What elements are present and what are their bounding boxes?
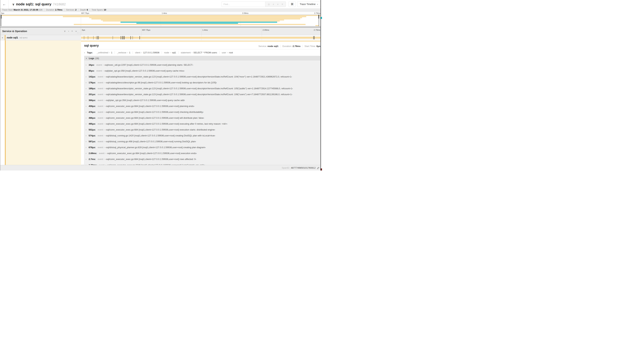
log-row[interactable]: › 80μs: event = ‹sql/plan_opt.go:358 [ns… [84,68,320,74]
minimap-span-bar [63,16,306,17]
log-tick-marker[interactable] [140,36,140,39]
trace-minimap[interactable]: 0μs697.75μs1.4ms2.09ms2.79ms [0,12,322,27]
log-expander-icon[interactable]: › [86,99,89,102]
tag-pill[interactable]: node = sql1 [162,51,178,54]
log-expander-icon[interactable]: › [86,129,89,131]
log-tick-marker[interactable] [88,36,88,39]
log-tick-marker[interactable] [313,36,314,39]
log-row[interactable]: › 486μs: event = ‹sql/conn_executor_exec… [84,115,320,121]
logs-header[interactable]: ∨ Logs (18) [84,56,320,61]
log-row[interactable]: › 574μs: event = ‹sql/distsql_running.go… [84,133,320,138]
span-duration-bar[interactable] [81,37,322,39]
trace-info-item: Duration 2.79ms [44,9,64,11]
log-tick-marker[interactable] [124,36,124,39]
log-expander-icon[interactable]: › [86,117,89,119]
range-scrubber-left[interactable] [1,15,1,26]
log-tick-marker[interactable] [113,36,113,39]
tags-row[interactable]: › Tags: _unfinished = 1 _verbose = 1 cli… [84,51,320,54]
log-event: event = ‹sql/catalog/descs/descriptor.go… [98,81,217,84]
log-expander-icon[interactable]: › [86,152,89,155]
span-color-stripe [5,35,6,40]
collapse-all-levels-icon[interactable]: » [71,31,74,32]
logs-list: › 34μs: event = ‹sql/exec_util.go:2297 [… [84,61,320,168]
prev-match-icon[interactable]: ∧ [272,3,274,6]
log-row[interactable]: › 142μs: event = ‹sql/catalog/lease/desc… [84,74,320,80]
log-row[interactable]: › 201μs: event = ‹sql/catalog/lease/desc… [84,91,320,97]
next-match-icon[interactable]: ∨ [277,3,279,6]
minimap-span-bar [74,24,306,25]
log-row[interactable]: › 459μs: event = ‹sql/conn_executor_exec… [84,103,320,109]
range-scrubber-right[interactable] [319,15,319,26]
tag-pill[interactable]: client = 127.0.0.1:59936 [132,51,162,54]
log-row[interactable]: › 502μs: event = ‹sql/conn_executor_exec… [84,127,320,133]
log-tick-marker[interactable] [124,36,125,39]
log-expander-icon[interactable]: › [86,111,89,113]
log-expander-icon[interactable]: › [86,70,89,72]
log-tick-marker[interactable] [98,36,99,39]
log-row[interactable]: › 176μs: event = ‹sql/catalog/descs/desc… [84,80,320,85]
match-highlight-icon[interactable]: ◎ [268,3,270,6]
trace-view-selector[interactable]: Trace Timeline ∨ [297,2,320,7]
log-expander-icon[interactable]: › [86,76,89,78]
log-tick-marker[interactable] [130,36,131,39]
window-edge-line [320,0,321,171]
minimap-span-bar [120,22,277,23]
log-expander-icon[interactable]: › [86,82,89,84]
span-name-cell[interactable]: ∨ node sql1 sql query [0,35,81,40]
log-tick-marker[interactable] [123,36,123,39]
trace-title-group: ∨ node sql1: sql query 7418682 [12,2,66,6]
log-row[interactable]: › 476μs: event = ‹sql/conn_executor_exec… [84,109,320,115]
log-row[interactable]: › 366μs: event = ‹sql/plan_opt.go:358 [n… [84,97,320,103]
log-tick-marker[interactable] [93,36,94,39]
log-tick-marker[interactable] [84,36,84,39]
back-button[interactable]: ← [0,0,8,8]
log-tick-marker[interactable] [314,36,314,39]
log-expander-icon[interactable]: › [86,123,89,125]
log-row[interactable]: › 2.7ms: event = ‹sql/conn_executor_exec… [84,156,320,162]
log-timestamp: 502μs: [89,128,96,131]
meta-label: Service: [258,45,268,48]
collapse-one-icon[interactable]: ∨ [64,30,66,33]
tag-pill[interactable]: statement = SELECT * FROM users [178,51,219,54]
log-tick-marker[interactable] [96,36,96,39]
log-row[interactable]: › 189μs: event = ‹sql/catalog/lease/desc… [84,85,320,91]
tag-pill[interactable]: _verbose = 1 [114,51,132,54]
logs-expander-icon[interactable]: ∨ [86,57,89,60]
find-input[interactable] [222,2,265,7]
log-row[interactable]: › 495μs: event = ‹sql/conn_executor_exec… [84,121,320,127]
log-tick-marker[interactable] [121,36,121,39]
clear-find-icon[interactable]: ✕ [281,3,283,6]
tag-pill[interactable]: user = root [219,51,235,54]
expand-one-icon[interactable]: › [68,30,69,33]
log-expander-icon[interactable]: › [86,93,89,96]
collapse-all-icon[interactable]: ∨ [12,3,14,6]
tag-pill[interactable]: _unfinished = 1 [94,51,114,54]
minimap-canvas[interactable] [1,15,321,26]
log-tick-marker[interactable] [122,36,122,39]
keyboard-shortcuts-button[interactable]: ⌘ [288,2,296,7]
log-row[interactable]: › 678μs: event = ‹sql/distsql_physical_p… [84,144,320,150]
log-expander-icon[interactable]: › [86,105,89,107]
log-expander-icon[interactable]: › [86,140,89,143]
log-row[interactable]: › 34μs: event = ‹sql/exec_util.go:2297 [… [84,62,320,68]
column-resizer[interactable]: ❘❘ [76,32,80,34]
log-tick-marker[interactable] [132,36,133,39]
span-expander-icon[interactable]: ∨ [0,37,5,39]
meta-label: Duration: [282,45,292,48]
log-expander-icon[interactable]: › [86,64,89,66]
log-expander-icon[interactable]: › [86,134,89,137]
log-expander-icon[interactable]: › [86,87,89,90]
log-row[interactable]: › 2.69ms: event = ‹sql/conn_executor_exe… [84,150,320,156]
span-bar-cell[interactable] [81,35,322,40]
view-selector-label: Trace Timeline [300,3,316,6]
log-row[interactable]: › 597μs: event = ‹sql/distsql_running.go… [84,138,320,144]
log-expander-icon[interactable]: › [86,158,89,160]
tags-expander-icon[interactable]: › [84,51,87,54]
log-tick-marker[interactable] [97,36,98,39]
log-expander-icon[interactable]: › [86,146,89,149]
timeline-gridline [262,27,262,35]
trace-info-item: Services 2 [64,9,78,11]
tag-value: 1 [111,51,112,54]
copy-link-icon[interactable] [317,167,319,169]
log-timestamp: 459μs: [89,105,96,107]
